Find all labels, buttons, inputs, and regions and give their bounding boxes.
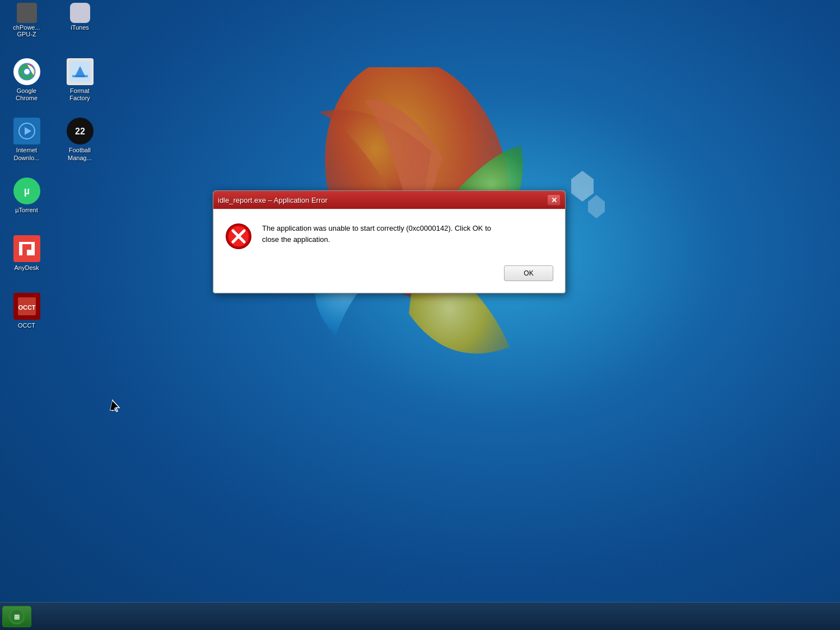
dialog-footer: OK (225, 263, 553, 281)
dialog-title: idle_report.exe – Application Error (218, 196, 328, 204)
dialog-overlay: idle_report.exe – Application Error ✕ (0, 0, 840, 630)
dialog-body: The application was unable to start corr… (214, 209, 564, 292)
dialog-content: The application was unable to start corr… (225, 223, 553, 250)
dialog-close-button[interactable]: ✕ (547, 194, 561, 206)
error-dialog: idle_report.exe – Application Error ✕ (213, 190, 566, 293)
error-message: The application was unable to start corr… (262, 223, 491, 245)
desktop: chPowe... GPU-Z iTunes (0, 0, 840, 630)
taskbar: ⊞ (0, 602, 840, 630)
dialog-titlebar: idle_report.exe – Application Error ✕ (213, 191, 565, 209)
svg-text:⊞: ⊞ (14, 613, 20, 621)
error-icon (225, 223, 252, 250)
ok-button[interactable]: OK (504, 265, 553, 281)
start-button[interactable]: ⊞ (2, 606, 31, 627)
